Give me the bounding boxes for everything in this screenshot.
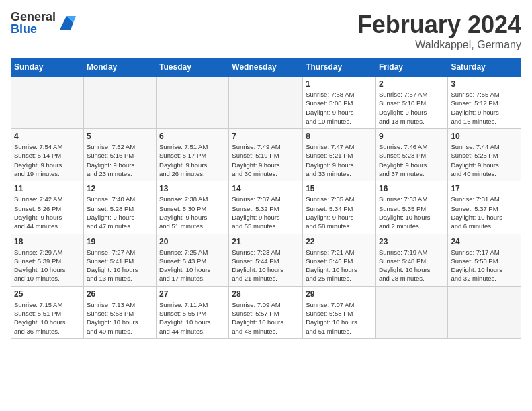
calendar-cell: 28Sunrise: 7:09 AM Sunset: 5:57 PM Dayli… [229, 286, 303, 338]
day-header-friday: Friday [375, 58, 447, 77]
logo-general-text: General [11, 11, 56, 23]
day-number: 16 [379, 184, 445, 193]
calendar-week-2: 4Sunrise: 7:54 AM Sunset: 5:14 PM Daylig… [11, 129, 521, 181]
day-info: Sunrise: 7:27 AM Sunset: 5:41 PM Dayligh… [87, 248, 153, 283]
day-number: 23 [379, 237, 445, 246]
day-info: Sunrise: 7:33 AM Sunset: 5:35 PM Dayligh… [379, 195, 445, 230]
day-info: Sunrise: 7:49 AM Sunset: 5:19 PM Dayligh… [232, 142, 300, 178]
day-info: Sunrise: 7:15 AM Sunset: 5:51 PM Dayligh… [14, 300, 81, 336]
day-number: 12 [87, 184, 153, 193]
title-section: February 2024 Waldkappel, Germany [357, 11, 521, 51]
day-number: 8 [306, 132, 373, 141]
day-info: Sunrise: 7:54 AM Sunset: 5:14 PM Dayligh… [14, 142, 81, 178]
calendar-cell: 26Sunrise: 7:13 AM Sunset: 5:53 PM Dayli… [83, 286, 156, 338]
calendar-cell: 1Sunrise: 7:58 AM Sunset: 5:08 PM Daylig… [303, 77, 376, 129]
calendar-cell: 25Sunrise: 7:15 AM Sunset: 5:51 PM Dayli… [11, 286, 84, 338]
calendar-week-1: 1Sunrise: 7:58 AM Sunset: 5:08 PM Daylig… [11, 77, 521, 129]
calendar-cell [157, 77, 229, 129]
day-info: Sunrise: 7:40 AM Sunset: 5:28 PM Dayligh… [87, 195, 153, 230]
calendar-cell: 24Sunrise: 7:17 AM Sunset: 5:50 PM Dayli… [448, 234, 521, 286]
location: Waldkappel, Germany [357, 39, 521, 51]
day-number: 14 [232, 184, 300, 193]
day-info: Sunrise: 7:51 AM Sunset: 5:17 PM Dayligh… [159, 142, 226, 178]
day-info: Sunrise: 7:35 AM Sunset: 5:34 PM Dayligh… [306, 195, 373, 230]
day-info: Sunrise: 7:13 AM Sunset: 5:53 PM Dayligh… [87, 300, 153, 336]
calendar: SundayMondayTuesdayWednesdayThursdayFrid… [11, 58, 521, 339]
calendar-cell [11, 77, 84, 129]
calendar-cell [83, 77, 156, 129]
day-header-thursday: Thursday [303, 58, 376, 77]
calendar-cell: 7Sunrise: 7:49 AM Sunset: 5:19 PM Daylig… [229, 129, 303, 181]
calendar-cell: 27Sunrise: 7:11 AM Sunset: 5:55 PM Dayli… [157, 286, 229, 338]
day-info: Sunrise: 7:23 AM Sunset: 5:44 PM Dayligh… [232, 248, 300, 283]
calendar-cell: 29Sunrise: 7:07 AM Sunset: 5:58 PM Dayli… [303, 286, 376, 338]
day-number: 22 [306, 237, 373, 246]
day-number: 5 [87, 132, 153, 141]
day-header-saturday: Saturday [448, 58, 521, 77]
day-number: 1 [306, 79, 373, 89]
calendar-cell: 21Sunrise: 7:23 AM Sunset: 5:44 PM Dayli… [229, 234, 303, 286]
day-number: 26 [87, 289, 153, 299]
day-info: Sunrise: 7:44 AM Sunset: 5:25 PM Dayligh… [451, 142, 518, 178]
day-number: 13 [159, 184, 226, 193]
day-number: 27 [159, 289, 226, 299]
calendar-cell: 19Sunrise: 7:27 AM Sunset: 5:41 PM Dayli… [83, 234, 156, 286]
day-header-sunday: Sunday [11, 58, 84, 77]
day-number: 29 [306, 289, 373, 299]
calendar-cell [448, 286, 521, 338]
day-info: Sunrise: 7:57 AM Sunset: 5:10 PM Dayligh… [379, 90, 445, 126]
logo: General Blue [11, 11, 76, 35]
day-info: Sunrise: 7:09 AM Sunset: 5:57 PM Dayligh… [232, 300, 300, 336]
calendar-cell: 6Sunrise: 7:51 AM Sunset: 5:17 PM Daylig… [157, 129, 229, 181]
calendar-cell: 15Sunrise: 7:35 AM Sunset: 5:34 PM Dayli… [303, 181, 376, 234]
day-number: 24 [451, 237, 518, 246]
day-number: 7 [232, 132, 300, 141]
day-header-wednesday: Wednesday [229, 58, 303, 77]
day-number: 6 [159, 132, 226, 141]
calendar-week-4: 18Sunrise: 7:29 AM Sunset: 5:39 PM Dayli… [11, 234, 521, 286]
calendar-cell: 17Sunrise: 7:31 AM Sunset: 5:37 PM Dayli… [448, 181, 521, 234]
day-info: Sunrise: 7:37 AM Sunset: 5:32 PM Dayligh… [232, 195, 300, 230]
day-number: 2 [379, 79, 445, 89]
logo-text: General Blue [11, 11, 56, 35]
day-info: Sunrise: 7:46 AM Sunset: 5:23 PM Dayligh… [379, 142, 445, 178]
calendar-cell: 13Sunrise: 7:38 AM Sunset: 5:30 PM Dayli… [157, 181, 229, 234]
calendar-cell: 3Sunrise: 7:55 AM Sunset: 5:12 PM Daylig… [448, 77, 521, 129]
day-number: 9 [379, 132, 445, 141]
calendar-cell: 16Sunrise: 7:33 AM Sunset: 5:35 PM Dayli… [375, 181, 447, 234]
calendar-cell: 12Sunrise: 7:40 AM Sunset: 5:28 PM Dayli… [83, 181, 156, 234]
calendar-cell: 9Sunrise: 7:46 AM Sunset: 5:23 PM Daylig… [375, 129, 447, 181]
day-number: 20 [159, 237, 226, 246]
calendar-header-row: SundayMondayTuesdayWednesdayThursdayFrid… [11, 58, 521, 77]
day-number: 21 [232, 237, 300, 246]
day-header-tuesday: Tuesday [157, 58, 229, 77]
calendar-cell: 20Sunrise: 7:25 AM Sunset: 5:43 PM Dayli… [157, 234, 229, 286]
day-info: Sunrise: 7:42 AM Sunset: 5:26 PM Dayligh… [14, 195, 81, 230]
calendar-cell: 14Sunrise: 7:37 AM Sunset: 5:32 PM Dayli… [229, 181, 303, 234]
day-number: 10 [451, 132, 518, 141]
day-number: 4 [14, 132, 81, 141]
day-number: 18 [14, 237, 81, 246]
day-info: Sunrise: 7:47 AM Sunset: 5:21 PM Dayligh… [306, 142, 373, 178]
calendar-cell [229, 77, 303, 129]
day-info: Sunrise: 7:07 AM Sunset: 5:58 PM Dayligh… [306, 300, 373, 336]
day-number: 17 [451, 184, 518, 193]
day-number: 19 [87, 237, 153, 246]
logo-icon [57, 13, 76, 32]
calendar-cell: 10Sunrise: 7:44 AM Sunset: 5:25 PM Dayli… [448, 129, 521, 181]
calendar-cell: 2Sunrise: 7:57 AM Sunset: 5:10 PM Daylig… [375, 77, 447, 129]
day-number: 15 [306, 184, 373, 193]
day-info: Sunrise: 7:19 AM Sunset: 5:48 PM Dayligh… [379, 248, 445, 283]
calendar-cell [375, 286, 447, 338]
day-info: Sunrise: 7:38 AM Sunset: 5:30 PM Dayligh… [159, 195, 226, 230]
day-info: Sunrise: 7:58 AM Sunset: 5:08 PM Dayligh… [306, 90, 373, 126]
day-info: Sunrise: 7:21 AM Sunset: 5:46 PM Dayligh… [306, 248, 373, 283]
calendar-cell: 11Sunrise: 7:42 AM Sunset: 5:26 PM Dayli… [11, 181, 84, 234]
calendar-cell: 23Sunrise: 7:19 AM Sunset: 5:48 PM Dayli… [375, 234, 447, 286]
day-info: Sunrise: 7:11 AM Sunset: 5:55 PM Dayligh… [159, 300, 226, 336]
day-info: Sunrise: 7:31 AM Sunset: 5:37 PM Dayligh… [451, 195, 518, 230]
day-header-monday: Monday [83, 58, 156, 77]
calendar-cell: 22Sunrise: 7:21 AM Sunset: 5:46 PM Dayli… [303, 234, 376, 286]
logo-blue-text: Blue [11, 23, 56, 35]
calendar-week-3: 11Sunrise: 7:42 AM Sunset: 5:26 PM Dayli… [11, 181, 521, 234]
